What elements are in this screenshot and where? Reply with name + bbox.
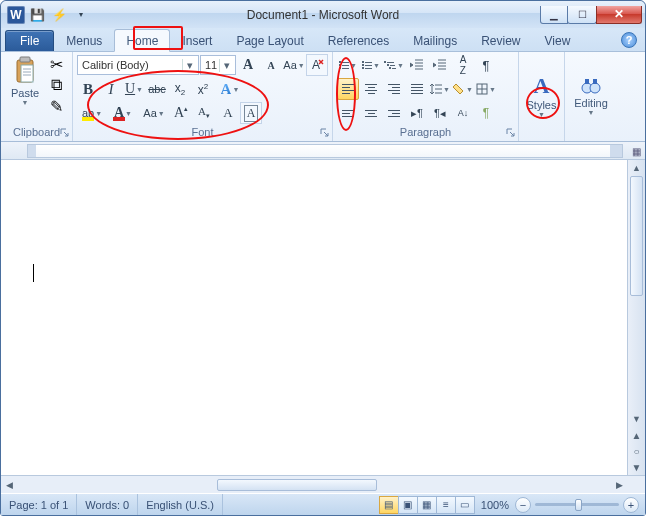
scroll-up-icon[interactable]: ▲ <box>628 160 645 176</box>
tab-menus[interactable]: Menus <box>54 29 114 51</box>
font-color-button[interactable]: A▼ <box>108 102 138 124</box>
zoom-in-button[interactable]: + <box>623 497 639 513</box>
horizontal-scrollbar[interactable]: ◀ ▶ <box>1 476 645 493</box>
font-dialog-launcher[interactable] <box>318 126 330 138</box>
vscroll-track[interactable] <box>628 176 645 411</box>
align-center-button[interactable] <box>360 78 382 100</box>
editing-label[interactable]: Editing <box>574 97 608 109</box>
sort-button[interactable]: AZ <box>452 54 474 76</box>
minimize-button[interactable]: ▁ <box>540 6 568 24</box>
bullets-button[interactable]: ▼ <box>337 54 359 76</box>
tab-insert[interactable]: Insert <box>170 29 224 51</box>
superscript-button[interactable]: x2 <box>192 78 214 100</box>
chevron-down-icon[interactable]: ▾ <box>219 59 233 72</box>
cut-button[interactable]: ✂ <box>46 54 66 74</box>
prev-page-button[interactable]: ▲ <box>628 427 645 443</box>
styles-icon[interactable]: A <box>534 73 550 99</box>
paragraph-marks-button[interactable]: ¶ <box>475 102 497 124</box>
shading-button[interactable]: ▼ <box>452 78 474 100</box>
dist-3[interactable] <box>383 102 405 124</box>
tab-review[interactable]: Review <box>469 29 532 51</box>
status-words[interactable]: Words: 0 <box>77 494 138 515</box>
align-left-button[interactable] <box>337 78 359 100</box>
qat-save-icon[interactable]: 💾 <box>27 5 47 25</box>
tab-home[interactable]: Home <box>114 29 170 52</box>
zoom-percent[interactable]: 100% <box>475 499 515 511</box>
dist-1[interactable] <box>337 102 359 124</box>
grow-font-button-2[interactable]: A▴ <box>170 102 192 124</box>
chevron-down-icon[interactable]: ▾ <box>182 59 196 72</box>
shrink-font-button-2[interactable]: A▾ <box>193 102 215 124</box>
subscript-button[interactable]: x2 <box>169 78 191 100</box>
justify-button[interactable] <box>406 78 428 100</box>
increase-indent-button[interactable] <box>429 54 451 76</box>
zoom-slider[interactable] <box>535 503 619 506</box>
paste-button[interactable]: Paste ▼ <box>5 54 45 106</box>
tab-mailings[interactable]: Mailings <box>401 29 469 51</box>
highlight-button[interactable]: ab▼ <box>77 102 107 124</box>
ruler-toggle-button[interactable]: ▦ <box>629 144 643 158</box>
italic-button[interactable]: I <box>100 78 122 100</box>
character-shading-button[interactable]: A <box>217 102 239 124</box>
view-outline[interactable]: ≡ <box>436 496 456 514</box>
change-case-button-2[interactable]: Aa▼ <box>139 102 169 124</box>
view-draft[interactable]: ▭ <box>455 496 475 514</box>
grow-font-button[interactable]: A <box>237 54 259 76</box>
borders-button[interactable]: ▼ <box>475 78 497 100</box>
view-full-screen[interactable]: ▣ <box>398 496 418 514</box>
sort-az-button[interactable]: A↓ <box>452 102 474 124</box>
help-icon[interactable]: ? <box>621 32 637 48</box>
view-print-layout[interactable]: ▤ <box>379 496 399 514</box>
tab-file[interactable]: File <box>5 30 54 51</box>
character-border-button[interactable]: A <box>240 102 262 124</box>
zoom-out-button[interactable]: − <box>515 497 531 513</box>
bold-button[interactable]: B <box>77 78 99 100</box>
hscroll-track[interactable] <box>17 478 611 492</box>
browse-object-button[interactable]: ○ <box>628 443 645 459</box>
text-rtl-button[interactable]: ¶◂ <box>429 102 451 124</box>
view-web-layout[interactable]: ▦ <box>417 496 437 514</box>
document-page[interactable] <box>1 160 627 475</box>
vscroll-thumb[interactable] <box>630 176 643 296</box>
maximize-button[interactable]: ☐ <box>567 6 597 24</box>
strikethrough-button[interactable]: abc <box>146 78 168 100</box>
dist-2[interactable] <box>360 102 382 124</box>
tab-view[interactable]: View <box>533 29 583 51</box>
underline-button[interactable]: U▼ <box>123 78 145 100</box>
text-ltr-button[interactable]: ▸¶ <box>406 102 428 124</box>
editing-dropdown-icon[interactable]: ▼ <box>588 109 595 116</box>
next-page-button[interactable]: ▼ <box>628 459 645 475</box>
decrease-indent-button[interactable] <box>406 54 428 76</box>
styles-label[interactable]: Styles <box>527 99 557 111</box>
shrink-font-button[interactable]: A <box>260 54 282 76</box>
hscroll-thumb[interactable] <box>217 479 377 491</box>
show-marks-button[interactable]: ¶ <box>475 54 497 76</box>
qat-lightning-icon[interactable]: ⚡ <box>49 5 69 25</box>
align-right-button[interactable] <box>383 78 405 100</box>
multilevel-list-button[interactable]: ▼ <box>383 54 405 76</box>
numbering-button[interactable]: ▼ <box>360 54 382 76</box>
word-app-icon[interactable]: W <box>7 6 25 24</box>
styles-dropdown-icon[interactable]: ▼ <box>538 111 545 118</box>
copy-button[interactable]: ⧉ <box>46 75 66 95</box>
vertical-scrollbar[interactable]: ▲ ▼ ▲ ○ ▼ <box>627 160 645 475</box>
tab-references[interactable]: References <box>316 29 401 51</box>
paragraph-dialog-launcher[interactable] <box>504 126 516 138</box>
clear-formatting-button[interactable]: A <box>306 54 328 76</box>
tab-page-layout[interactable]: Page Layout <box>224 29 315 51</box>
qat-customize-dropdown[interactable]: ▾ <box>71 5 91 25</box>
line-spacing-button[interactable]: ▼ <box>429 78 451 100</box>
zoom-knob[interactable] <box>575 499 582 511</box>
scroll-down-icon[interactable]: ▼ <box>628 411 645 427</box>
font-size-combo[interactable]: 11 ▾ <box>200 55 236 75</box>
paste-dropdown-icon[interactable]: ▼ <box>22 99 29 106</box>
scroll-right-icon[interactable]: ▶ <box>611 476 627 493</box>
clipboard-dialog-launcher[interactable] <box>58 126 70 138</box>
font-name-combo[interactable]: Calibri (Body) ▾ <box>77 55 199 75</box>
binoculars-icon[interactable] <box>580 75 602 97</box>
status-page[interactable]: Page: 1 of 1 <box>1 494 77 515</box>
scroll-left-icon[interactable]: ◀ <box>1 476 17 493</box>
close-button[interactable]: ✕ <box>596 6 642 24</box>
horizontal-ruler[interactable]: ▦ <box>1 142 645 160</box>
status-language[interactable]: English (U.S.) <box>138 494 223 515</box>
